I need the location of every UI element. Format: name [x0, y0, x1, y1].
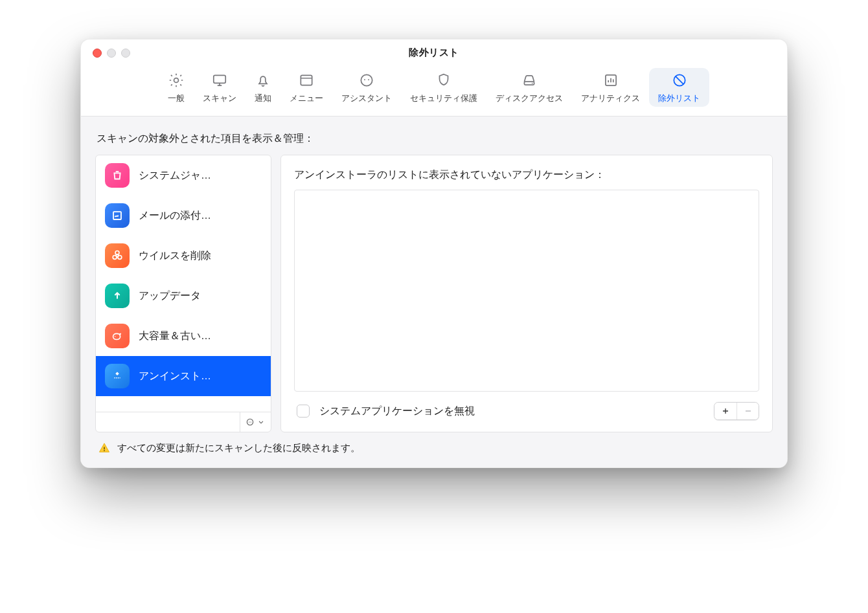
ignore-system-apps-label[interactable]: システムアプリケーションを無視 [319, 405, 475, 418]
close-window-button[interactable] [93, 49, 102, 58]
sidebar-options-dropdown[interactable] [240, 412, 271, 432]
page-heading: スキャンの対象外とされた項目を表示＆管理： [97, 132, 771, 146]
biohazard-icon [105, 243, 130, 268]
chevron-down-icon [257, 418, 266, 427]
tab-label: メニュー [290, 93, 323, 104]
svg-rect-20 [104, 447, 105, 449]
footer-notice-text: すべての変更は新たにスキャンした後に反映されます。 [117, 442, 360, 454]
module-list: システムジャ… メールの添付… ウイルスを削除 [96, 155, 271, 412]
exclusion-list[interactable] [294, 190, 759, 392]
ellipsis-icon [246, 418, 255, 427]
remove-button[interactable] [737, 403, 759, 419]
trash-icon [105, 163, 130, 188]
svg-point-21 [104, 450, 105, 451]
add-button[interactable] [714, 403, 737, 419]
stamp-icon [105, 203, 130, 228]
sidebar-item-uninstaller[interactable]: アンインスト… [96, 356, 271, 396]
window-controls [93, 49, 130, 58]
minimize-window-button[interactable] [107, 49, 116, 58]
sidebar-item-system-junk[interactable]: システムジャ… [96, 155, 271, 195]
disk-icon [521, 72, 538, 89]
tab-label: 一般 [168, 93, 185, 104]
sidebar-footer [96, 412, 271, 432]
tab-label: アナリティクス [581, 93, 640, 104]
tab-notifications[interactable]: 通知 [246, 68, 280, 107]
titlebar: 除外リスト [81, 39, 787, 65]
face-icon [358, 72, 375, 89]
plus-icon [720, 406, 731, 416]
tab-label: ディスクアクセス [496, 93, 563, 104]
warning-icon [98, 441, 111, 454]
monitor-icon [211, 72, 228, 89]
svg-point-18 [249, 421, 250, 422]
svg-rect-2 [301, 75, 312, 85]
zoom-window-button[interactable] [121, 49, 130, 58]
bar-chart-icon [602, 72, 619, 89]
module-sidebar: システムジャ… メールの添付… ウイルスを削除 [95, 155, 271, 432]
detail-pane: アンインストーラのリストに表示されていないアプリケーション： システムアプリケー… [280, 155, 773, 432]
whale-icon [105, 324, 130, 348]
svg-point-14 [118, 255, 122, 259]
svg-rect-1 [214, 75, 225, 83]
sidebar-item-label: システムジャ… [139, 169, 211, 183]
svg-point-7 [532, 83, 533, 84]
sidebar-item-label: 大容量＆古い… [139, 329, 211, 343]
svg-point-15 [115, 336, 115, 337]
tab-label: 除外リスト [658, 93, 700, 104]
tab-scan[interactable]: スキャン [194, 68, 246, 107]
svg-point-5 [368, 79, 369, 80]
sidebar-item-label: アンインスト… [139, 370, 211, 383]
tab-label: アシスタント [341, 93, 392, 104]
tab-analytics[interactable]: アナリティクス [572, 68, 649, 107]
tab-disk-access[interactable]: ディスクアクセス [486, 68, 572, 107]
sidebar-item-large-old[interactable]: 大容量＆古い… [96, 316, 271, 356]
sidebar-item-label: ウイルスを削除 [139, 249, 211, 263]
add-remove-segment [714, 402, 759, 420]
tab-assistant[interactable]: アシスタント [332, 68, 401, 107]
svg-point-13 [113, 255, 117, 259]
tab-general[interactable]: 一般 [159, 68, 194, 107]
sidebar-item-updater[interactable]: アップデータ [96, 276, 271, 316]
bell-icon [255, 72, 271, 89]
tab-label: セキュリティ保護 [410, 93, 477, 104]
apps-icon [105, 364, 130, 388]
tab-security[interactable]: セキュリティ保護 [401, 68, 486, 107]
menubar-icon [298, 72, 315, 89]
tab-menu[interactable]: メニュー [280, 68, 332, 107]
content-area: スキャンの対象外とされた項目を表示＆管理： システムジャ… メ [81, 117, 787, 467]
tab-label: 通知 [255, 93, 271, 104]
shield-icon [435, 72, 452, 89]
columns: システムジャ… メールの添付… ウイルスを削除 [95, 155, 773, 432]
svg-point-17 [249, 421, 249, 422]
sidebar-item-label: アップデータ [139, 289, 201, 303]
minus-icon [743, 406, 753, 416]
svg-point-0 [174, 78, 179, 83]
gear-icon [168, 72, 185, 89]
preferences-window: 除外リスト 一般 スキャン 通知 メニュー アシスタント セキュリティ保護 [80, 39, 788, 468]
sidebar-item-mail-attachments[interactable]: メールの添付… [96, 195, 271, 236]
sidebar-filter-input[interactable] [96, 413, 240, 431]
tab-ignore-list[interactable]: 除外リスト [649, 68, 709, 107]
svg-point-4 [364, 79, 365, 80]
ignore-system-apps-checkbox[interactable] [297, 405, 310, 418]
svg-point-3 [361, 74, 372, 85]
preferences-toolbar: 一般 スキャン 通知 メニュー アシスタント セキュリティ保護 ディスクアクセス [81, 65, 787, 117]
svg-point-19 [251, 421, 251, 422]
footer-notice: すべての変更は新たにスキャンした後に反映されます。 [95, 432, 773, 457]
sidebar-item-malware[interactable]: ウイルスを削除 [96, 236, 271, 276]
sidebar-item-label: メールの添付… [139, 209, 211, 223]
arrow-up-icon [105, 284, 130, 308]
tab-label: スキャン [203, 93, 236, 104]
window-title: 除外リスト [409, 47, 459, 59]
detail-heading: アンインストーラのリストに表示されていないアプリケーション： [294, 168, 759, 182]
prohibit-icon [671, 72, 688, 89]
detail-footer: システムアプリケーションを無視 [294, 402, 759, 420]
